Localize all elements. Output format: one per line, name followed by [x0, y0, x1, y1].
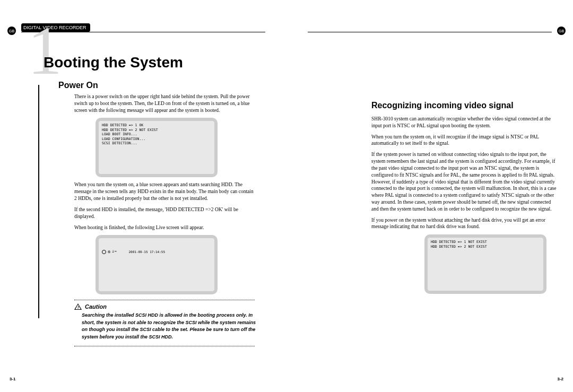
left-page: GB DIGITAL VIDEO RECORDER 1 Booting the …: [0, 0, 286, 392]
caution-header: ! Caution: [74, 303, 265, 310]
caution-label: Caution: [85, 303, 107, 310]
header-rule-right: [308, 32, 552, 32]
error-screen-illustration: HDD DETECTED => 1 NOT EXIST HDD DETECTED…: [424, 234, 546, 294]
video-signal-para3: If the system power is turned on without…: [371, 151, 558, 212]
locale-badge-right: GB: [557, 27, 566, 35]
divider-dots-bottom: [74, 346, 255, 346]
section-power-on: Power On There is a power switch on the …: [52, 81, 265, 346]
error-screen-text: HDD DETECTED => 1 NOT EXIST HDD DETECTED…: [428, 238, 543, 291]
page-number-left: 3-1: [10, 377, 16, 381]
chapter-number-glyph: 1: [28, 16, 62, 85]
hdd-detected-note: If the second HDD is installed, the mess…: [74, 206, 255, 220]
video-signal-heading: Recognizing incoming video signal: [371, 101, 558, 110]
video-signal-para4: If you power on the system without attac…: [371, 217, 558, 231]
divider-dots-top: [74, 300, 255, 300]
boot-screen-illustration: HDD DETECTED => 1 OK HDD DETECTED => 2 N…: [96, 118, 218, 177]
section-video-signal: Recognizing incoming video signal SHR-30…: [371, 101, 558, 294]
right-page: GB Recognizing incoming video signal SHR…: [286, 0, 573, 392]
record-icon: [102, 250, 106, 254]
chapter-title: Booting the System: [44, 54, 265, 71]
video-signal-para2: When you turn the system on, it will rec…: [371, 134, 558, 147]
section-vertical-rule: [38, 85, 39, 318]
hdd-search-paragraph: When you turn the system on, a blue scre…: [74, 181, 255, 202]
channel-icon: ①: [108, 250, 110, 254]
caution-text: Searching the installed SCSI HDD is allo…: [82, 312, 262, 341]
power-on-intro: There is a power switch on the upper rig…: [74, 93, 255, 114]
power-on-heading: Power On: [58, 81, 265, 90]
status-icon: ⟂⊸: [112, 249, 116, 254]
live-timestamp: 2001-09-15 17:14:55: [128, 250, 165, 254]
boot-screen-text: HDD DETECTED => 1 OK HDD DETECTED => 2 N…: [99, 121, 214, 174]
live-screen-content: ① ⟂⊸ 2001-09-15 17:14:55: [99, 238, 214, 291]
locale-badge-left: GB: [7, 27, 16, 35]
live-screen-illustration: ① ⟂⊸ 2001-09-15 17:14:55: [96, 235, 218, 294]
video-signal-para1: SHR-3010 system can automatically recogn…: [371, 116, 558, 129]
live-screen-intro: When booting is finished, the following …: [74, 224, 255, 231]
warning-icon: !: [74, 303, 82, 310]
page-number-right: 3-2: [557, 377, 563, 381]
